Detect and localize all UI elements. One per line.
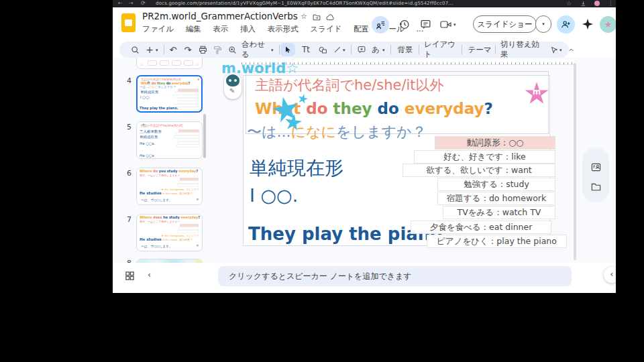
contact-card-icon[interactable] [591, 162, 601, 172]
grid-view-icon[interactable] [125, 271, 135, 281]
document-title[interactable]: PR2m.world_GrammerActionVerbs [142, 11, 298, 21]
verb-table-row[interactable]: 勉強する：study [437, 178, 555, 191]
comments-icon[interactable] [420, 19, 431, 30]
redo-button[interactable]: ↷ [182, 42, 193, 58]
zoom-button[interactable] [227, 42, 237, 58]
print-button[interactable] [197, 42, 208, 58]
folder-icon[interactable] [591, 182, 601, 192]
thumb-body1: 三人称単数形 [140, 129, 162, 134]
undo-button[interactable]: ↶ [168, 42, 178, 58]
filmstrip-scrollbar[interactable] [203, 114, 206, 158]
slide-heading-jp[interactable]: 主語が代名詞でhe/she/it以外 [255, 75, 444, 95]
thumb-box [172, 60, 181, 66]
background-button[interactable]: 背景 [396, 42, 415, 58]
meet-dropdown-icon[interactable]: ▾ [453, 22, 456, 27]
show-side-panel-button[interactable]: ‹ [604, 267, 616, 283]
star-icon: ★ [197, 77, 200, 81]
menu-edit[interactable]: 編集 [186, 24, 201, 34]
gemini-icon[interactable] [582, 19, 593, 29]
collapse-filmstrip-icon[interactable]: ‹ [148, 269, 151, 280]
thumbnail-slide-6[interactable]: Where do you study everyday? 毎日、〜はどこで勉強し… [136, 168, 203, 205]
pointer-dropdown-icon[interactable]: ▾ [559, 48, 562, 53]
select-tool-button[interactable] [280, 43, 295, 56]
new-slide-button[interactable]: + [145, 42, 154, 58]
menu-file[interactable]: ファイル [142, 24, 174, 34]
menu-slide[interactable]: スライド [310, 24, 341, 34]
shape-tool-button[interactable] [317, 42, 329, 58]
slide-body-tense[interactable]: 単純現在形 [250, 156, 343, 181]
screen: ← → ⟳ docs.google.com/presentation/d/1yV… [0, 0, 644, 362]
toolbar-separator [462, 45, 462, 54]
presenter-icon [376, 20, 386, 30]
chevron-up-icon [568, 46, 575, 54]
move-folder-icon[interactable] [313, 13, 321, 21]
verb-table-row[interactable]: TVをみる：watch TV [443, 206, 555, 219]
fit-dropdown-icon[interactable]: ▾ [271, 48, 274, 53]
font-color-dropdown-icon[interactable]: ▾ [382, 48, 385, 53]
star-document-icon[interactable]: ☆ [301, 12, 307, 21]
browser-forward-button[interactable]: → [129, 0, 133, 6]
toolbar: + ▾ ↶ ↷ 合わせる ▾ Tt ▾ あ ▾ [119, 42, 569, 58]
thumb-tail: 〜は、で○○します。 [141, 198, 172, 202]
browser-back-button[interactable]: ← [118, 0, 123, 6]
verb-table-row[interactable]: 動詞原形：○○ [435, 136, 555, 149]
thumb-body2: I ○○. [140, 95, 150, 100]
star-icon: ☆ [195, 62, 199, 67]
verb-table-row[interactable]: 欲する、欲しいです：want [402, 164, 555, 177]
download-icon[interactable] [580, 1, 586, 7]
cloud-status-icon[interactable] [326, 13, 335, 21]
speaker-notes-input[interactable]: クリックするとスピーカー ノートを追加できます [218, 266, 572, 286]
browser-menu-icon[interactable]: ⋮ [608, 0, 613, 6]
thumb-body1: 単純現在形 [140, 89, 159, 95]
fit-zoom-select[interactable]: 合わせる [241, 42, 271, 58]
bookmark-star-icon[interactable]: ☆ [566, 0, 572, 7]
thumbnail-slide-5[interactable]: 主語が代名詞でhe/she/itの時 三人称単数形 単純現在形 He ○○s. … [136, 121, 203, 159]
thumbnail-slide-7[interactable]: Where does he study everyday? 毎日、〜はどこで勉強… [136, 214, 203, 251]
theme-button[interactable]: テーマ [467, 42, 492, 58]
pencil-icon: ✎ [229, 87, 235, 95]
slide-body-i[interactable]: I ○○. [250, 185, 298, 206]
line-dropdown-icon[interactable]: ▾ [343, 48, 345, 53]
slides-logo[interactable] [121, 13, 136, 32]
browser-reload-button[interactable]: ⟳ [141, 0, 146, 6]
address-bar[interactable]: docs.google.com/presentation/d/1yVFVXqgG… [156, 1, 453, 6]
slideshow-dropdown[interactable]: ▾ [535, 15, 551, 33]
line-tool-button[interactable] [333, 42, 342, 58]
slide-question-jp[interactable]: 〜は...になにをしますか？ [247, 122, 427, 142]
meet-camera-icon[interactable] [440, 19, 452, 29]
verb-table-row[interactable]: 夕食を食べる：eat dinner [411, 221, 551, 234]
menu-arrange[interactable]: 配置 [354, 24, 369, 34]
verb-table-row[interactable]: ピアノをひく：play the piano [427, 235, 567, 248]
search-menus-button[interactable] [129, 42, 141, 58]
thumb-box [148, 60, 157, 66]
menu-format[interactable]: 表示形式 [268, 24, 299, 34]
canvas-scrollbar[interactable] [574, 63, 576, 260]
slide-filmstrip: ☆ ☆ 4 主語が代名詞でhe/she/it以外 What do they do… [113, 58, 208, 263]
thumb-tail: 〜は、で○○します。 [141, 244, 172, 249]
collapse-toolbar-button[interactable] [566, 42, 576, 58]
account-avatar[interactable]: ★ [600, 16, 616, 33]
verb-table-row[interactable]: 宿題する：do homework [437, 192, 555, 205]
slideshow-button[interactable]: スライドショー [473, 15, 537, 33]
insert-comment-button[interactable] [356, 42, 368, 58]
verb-table-row[interactable]: 好む、好きです：like [414, 150, 555, 164]
layout-button[interactable]: レイアウト [424, 42, 459, 58]
new-slide-dropdown-icon[interactable]: ▾ [156, 48, 158, 53]
thumbnail-slide-4[interactable]: 主語が代名詞でhe/she/it以外 What do they do every… [136, 75, 203, 113]
version-history-icon[interactable] [398, 19, 410, 30]
thumb-subtitle: 毎日、〜はどこで勉強しますか？ [140, 220, 180, 224]
mini-table-row [176, 145, 200, 148]
thumb-box [184, 60, 193, 66]
share-button[interactable] [557, 15, 575, 34]
font-color-button[interactable]: あ [370, 42, 381, 58]
menu-view[interactable]: 表示 [213, 24, 228, 34]
laser-pointer-button[interactable] [549, 42, 559, 58]
paint-format-button[interactable] [212, 42, 223, 58]
thumbnail-slide-3[interactable]: ☆ ☆ [136, 58, 203, 69]
presenter-qa-button[interactable] [372, 16, 389, 34]
collaborator-badge[interactable]: ✎ [224, 72, 241, 99]
text-box-button[interactable]: Tt [299, 42, 313, 58]
menu-insert[interactable]: 挿入 [240, 24, 256, 34]
transition-button[interactable]: 切り替え効果 [500, 42, 546, 58]
browser-profile-avatar[interactable] [594, 1, 600, 6]
